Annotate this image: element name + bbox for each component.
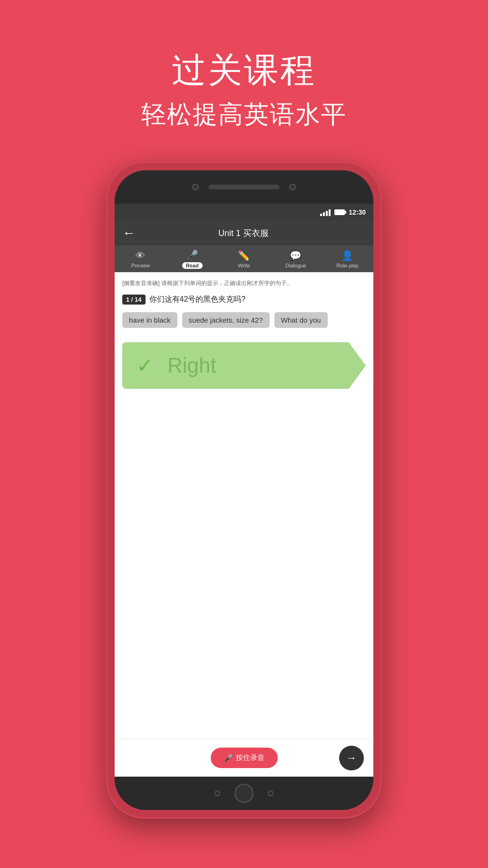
tab-bar: 👁 Preview 🎤 Read ✏️ Write 💬 — [115, 246, 373, 272]
signal-bar-4 — [329, 209, 331, 216]
record-label: 按住录音 — [236, 753, 264, 762]
instruction-text: [侧重发音准确] 请根据下列单词的提示，正确读出刚才所学的句子。 — [122, 279, 366, 288]
battery-icon — [334, 209, 345, 215]
record-button[interactable]: 🎤 按住录音 — [211, 748, 278, 768]
tab-read-label: Read — [182, 262, 203, 269]
promo-title: 过关课程 — [0, 48, 488, 93]
nav-title: Unit 1 买衣服 — [140, 227, 347, 239]
signal-bar-2 — [323, 212, 325, 216]
bottom-bar: 🎤 按住录音 → — [115, 739, 373, 777]
promo-text-area: 过关课程 轻松提高英语水平 — [0, 0, 488, 131]
question-badge: 1 / 14 — [122, 295, 146, 305]
roleplay-icon: 👤 — [342, 250, 353, 261]
camera-left-icon — [192, 184, 199, 190]
mic-icon: 🎤 — [224, 754, 233, 762]
write-icon: ✏️ — [238, 250, 250, 261]
tab-write-label: Write — [238, 263, 250, 268]
chip-1[interactable]: have in black — [122, 312, 177, 328]
phone-device: 12:30 ← Unit 1 买衣服 👁 Preview — [106, 162, 382, 819]
tab-roleplay-label: Role-play — [336, 263, 358, 268]
phone-shell: 12:30 ← Unit 1 买衣服 👁 Preview — [106, 162, 382, 819]
tab-dialogue-label: Dialogue — [285, 263, 306, 268]
word-chips: have in black suede jackets, size 42? Wh… — [122, 312, 366, 328]
tab-dialogue[interactable]: 💬 Dialogue — [270, 250, 322, 268]
question-text: 你们这有42号的黑色夹克吗? — [149, 295, 246, 305]
content-area: [侧重发音准确] 请根据下列单词的提示，正确读出刚才所学的句子。 1 / 14 … — [115, 272, 373, 777]
phone-bottom-hardware — [115, 777, 373, 810]
signal-bar-1 — [320, 214, 322, 216]
dialogue-icon: 💬 — [290, 250, 302, 261]
preview-icon: 👁 — [136, 250, 145, 261]
main-content: [侧重发音准确] 请根据下列单词的提示，正确读出刚才所学的句子。 1 / 14 … — [115, 272, 373, 405]
question-row: 1 / 14 你们这有42号的黑色夹克吗? — [122, 295, 366, 305]
next-button[interactable]: → — [339, 746, 364, 770]
signal-bar-3 — [326, 211, 328, 216]
chip-3[interactable]: What do you — [274, 312, 328, 328]
hw-back-button — [215, 790, 220, 796]
hw-menu-button — [268, 790, 273, 796]
tab-roleplay[interactable]: 👤 Role-play — [322, 250, 373, 268]
tab-write[interactable]: ✏️ Write — [218, 250, 270, 268]
phone-screen: 12:30 ← Unit 1 买衣服 👁 Preview — [115, 204, 373, 777]
phone-face: 12:30 ← Unit 1 买衣服 👁 Preview — [115, 170, 373, 810]
read-icon: 🎤 — [186, 249, 198, 261]
status-bar: 12:30 — [115, 204, 373, 221]
tab-preview[interactable]: 👁 Preview — [115, 250, 166, 268]
result-area: ✓ Right — [122, 342, 366, 389]
status-time: 12:30 — [349, 208, 366, 216]
check-icon: ✓ — [137, 354, 153, 377]
next-icon: → — [346, 752, 357, 764]
chip-2[interactable]: suede jackets, size 42? — [182, 312, 270, 328]
result-banner: ✓ Right — [122, 342, 366, 389]
tab-preview-label: Preview — [131, 263, 150, 268]
result-text: Right — [167, 354, 216, 377]
navigation-bar: ← Unit 1 买衣服 — [115, 221, 373, 246]
back-button[interactable]: ← — [122, 226, 136, 241]
camera-right-icon — [289, 184, 296, 190]
phone-top-hardware — [115, 170, 373, 204]
promo-subtitle: 轻松提高英语水平 — [0, 98, 488, 131]
hw-home-button — [234, 784, 254, 803]
speaker-icon — [208, 185, 280, 189]
signal-icon — [320, 208, 331, 216]
tab-read[interactable]: 🎤 Read — [166, 249, 218, 269]
